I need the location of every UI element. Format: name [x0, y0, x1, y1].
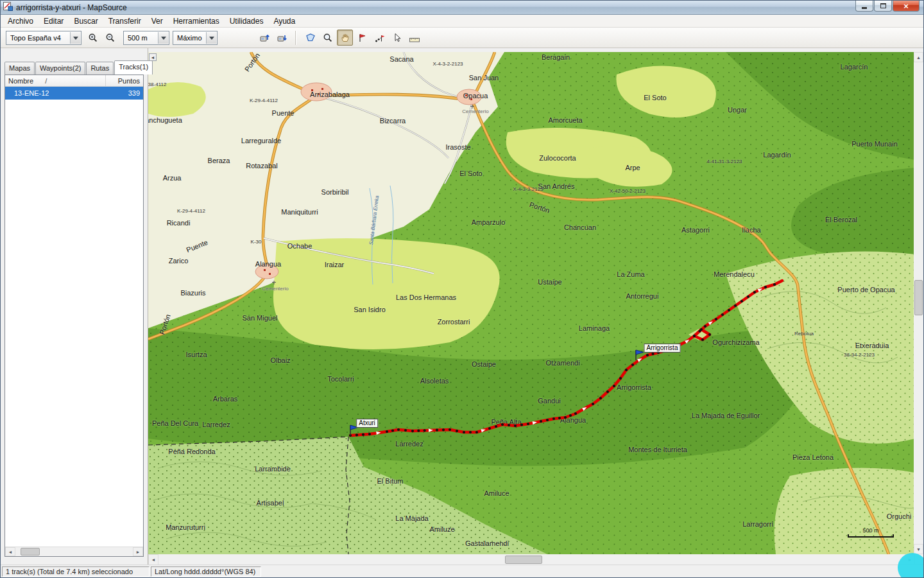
status-selection: 1 track(s) (Total de 7.4 km) seleccionad…	[2, 566, 150, 577]
route-tool-button[interactable]	[372, 30, 388, 46]
scroll-right-icon[interactable]: ►	[133, 547, 143, 556]
scroll-left-icon[interactable]: ◄	[5, 547, 15, 556]
track-name: 13-ENE-12	[5, 89, 106, 97]
map-vscrollbar[interactable]: ▲ ▼	[914, 52, 923, 554]
app-icon	[3, 1, 13, 13]
map-canvas[interactable]: SacanaBeragainLagarcínSan JuanArrizabala…	[148, 52, 915, 554]
zoom-tool-button[interactable]	[320, 30, 336, 46]
menu-ayuda[interactable]: Ayuda	[268, 15, 300, 27]
send-to-device-button[interactable]	[257, 30, 273, 46]
content-area: Mapas Waypoints(2) Rutas Tracks(1) Nombr…	[1, 48, 923, 565]
menu-editar[interactable]: Editar	[38, 15, 69, 27]
window-title: arrigorrista-y-atxuri - MapSource	[16, 3, 127, 12]
menu-bar: Archivo Editar Buscar Transferir Ver Her…	[1, 15, 923, 28]
status-position-format: Lat/Long hddd.ddddd°(WGS 84)	[151, 566, 261, 577]
close-button[interactable]: ×	[893, 1, 920, 12]
maximize-icon	[880, 3, 886, 8]
map-scale-bar: 500 m	[848, 527, 894, 538]
toolbar-separator	[295, 31, 296, 45]
sidebar-hscrollbar[interactable]: ◄ ►	[5, 547, 143, 556]
titlebar: arrigorrista-y-atxuri - MapSource ×	[1, 1, 923, 15]
select-maps-tool-button[interactable]	[302, 30, 318, 46]
track-points-count: 339	[106, 89, 143, 97]
column-label: Puntos	[118, 77, 140, 85]
status-bar: 1 track(s) (Total de 7.4 km) seleccionad…	[1, 565, 923, 577]
sidebar-tabs: Mapas Waypoints(2) Rutas Tracks(1)	[4, 60, 153, 74]
scroll-up-icon[interactable]: ▲	[914, 52, 923, 62]
menu-herramientas[interactable]: Herramientas	[168, 15, 225, 27]
zoom-out-button[interactable]	[102, 30, 118, 46]
track-row[interactable]: 13-ENE-12 339	[5, 87, 143, 100]
map-terrain	[148, 52, 915, 554]
measure-tool-button[interactable]	[406, 30, 422, 46]
column-label: Nombre	[8, 77, 33, 85]
sort-indicator-icon: /	[45, 77, 47, 85]
zoom-in-button[interactable]	[85, 30, 101, 46]
map-product-select[interactable]: Topo España v4	[6, 31, 81, 45]
minimize-icon	[862, 7, 867, 9]
map-product-value: Topo España v4	[10, 34, 61, 42]
map-hscrollbar[interactable]: ◄ ►	[148, 554, 915, 565]
cursor-highlight	[898, 553, 924, 578]
chevron-down-icon	[206, 32, 216, 44]
detail-level-select[interactable]: Máximo	[173, 31, 218, 45]
tracks-list-header: Nombre / Puntos	[5, 75, 143, 87]
menu-transferir[interactable]: Transferir	[103, 15, 146, 27]
menu-utilidades[interactable]: Utilidades	[225, 15, 269, 27]
mapsource-window: arrigorrista-y-atxuri - MapSource × Arch…	[0, 0, 924, 578]
window-controls: ×	[855, 1, 920, 12]
sidebar: Mapas Waypoints(2) Rutas Tracks(1) Nombr…	[1, 48, 148, 565]
scrollbar-track[interactable]	[15, 547, 133, 556]
scrollbar-thumb[interactable]	[21, 548, 40, 556]
scroll-left-icon[interactable]: ◄	[148, 554, 158, 565]
tab-rutas[interactable]: Rutas	[86, 62, 114, 74]
selection-tool-button[interactable]	[389, 30, 405, 46]
column-header-puntos[interactable]: Puntos	[106, 75, 143, 86]
scale-bar-rule	[848, 534, 894, 538]
chevron-down-icon	[158, 32, 168, 44]
tracks-list: Nombre / Puntos 13-ENE-12 339 ◄ ►	[4, 74, 144, 557]
tab-waypoints[interactable]: Waypoints(2)	[35, 62, 85, 74]
menu-archivo[interactable]: Archivo	[3, 15, 38, 27]
maximize-button[interactable]	[874, 1, 892, 12]
pan-tool-button[interactable]	[337, 30, 353, 46]
menu-buscar[interactable]: Buscar	[69, 15, 103, 27]
toolbar: Topo España v4 500 m Máximo	[1, 28, 923, 48]
scale-bar-label: 500 m	[848, 527, 894, 534]
zoom-scale-value: 500 m	[128, 34, 148, 42]
menu-ver[interactable]: Ver	[146, 15, 168, 27]
chevron-down-icon	[70, 32, 80, 44]
tab-tracks[interactable]: Tracks(1)	[114, 60, 153, 74]
waypoint-tool-button[interactable]	[354, 30, 370, 46]
tab-mapas[interactable]: Mapas	[4, 62, 35, 74]
hscroll-thumb[interactable]	[505, 556, 542, 564]
minimize-button[interactable]	[855, 1, 873, 12]
zoom-scale-select[interactable]: 500 m	[123, 31, 169, 45]
column-header-nombre[interactable]: Nombre /	[5, 75, 106, 86]
detail-level-value: Máximo	[177, 34, 202, 42]
receive-from-device-button[interactable]	[274, 30, 290, 46]
vscroll-thumb[interactable]	[914, 280, 923, 315]
